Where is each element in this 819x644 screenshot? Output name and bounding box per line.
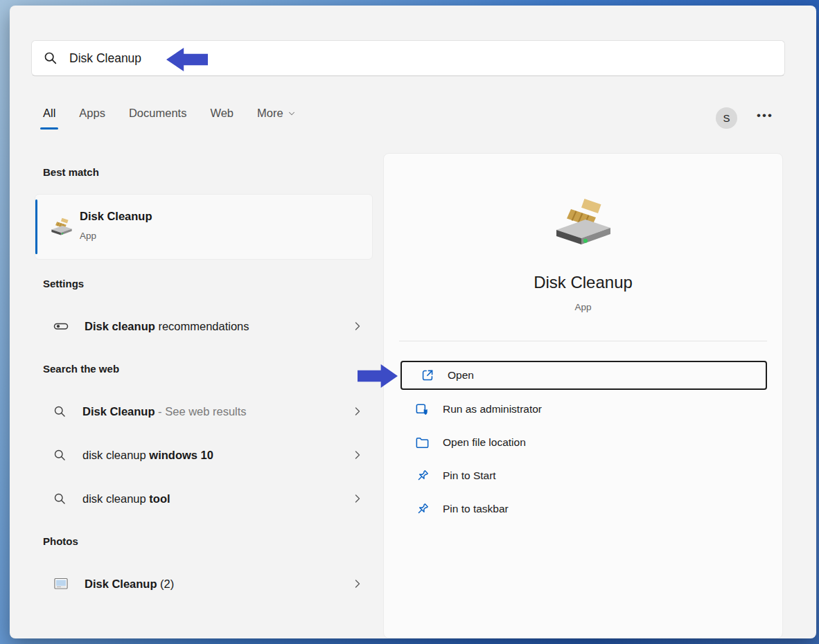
settings-result-disk-cleanup-recommendations[interactable]: Disk cleanup recommendations: [35, 308, 373, 344]
open-button[interactable]: Open: [400, 361, 767, 390]
web-result-disk-cleanup-windows-10[interactable]: disk cleanup windows 10: [35, 437, 373, 473]
search-icon: [53, 448, 67, 463]
chevron-right-icon: [351, 492, 364, 506]
preview-subtitle: App: [384, 302, 782, 312]
preview-pane: Disk Cleanup App Open Run as administrat…: [383, 153, 783, 638]
preview-divider: [399, 341, 767, 341]
search-icon: [53, 492, 67, 506]
admin-shield-icon: [414, 402, 430, 418]
open-external-icon: [420, 368, 435, 383]
tab-all[interactable]: All: [43, 107, 55, 129]
chevron-right-icon: [351, 577, 364, 591]
pin-to-taskbar-button[interactable]: Pin to taskbar: [400, 494, 767, 524]
chevron-right-icon: [351, 319, 364, 333]
search-tabs: All Apps Documents Web More: [43, 107, 297, 129]
user-avatar[interactable]: S: [716, 107, 737, 129]
folder-icon: [414, 435, 430, 451]
best-match-result[interactable]: Disk Cleanup App: [35, 194, 373, 260]
web-result-see-web-results[interactable]: Disk Cleanup - See web results: [35, 393, 373, 429]
options-ellipsis-button[interactable]: •••: [757, 109, 773, 123]
tab-documents[interactable]: Documents: [129, 107, 186, 129]
action-label: Pin to Start: [443, 469, 496, 482]
web-result-disk-cleanup-tool[interactable]: disk cleanup tool: [35, 481, 373, 517]
chevron-down-icon: [287, 109, 297, 118]
tab-more[interactable]: More: [257, 107, 297, 129]
photos-result-disk-cleanup[interactable]: Disk Cleanup (2): [35, 566, 373, 602]
pin-to-start-button[interactable]: Pin to Start: [400, 460, 767, 491]
best-match-title: Disk Cleanup: [80, 210, 152, 223]
settings-heading: Settings: [43, 278, 84, 289]
action-label: Pin to taskbar: [443, 503, 509, 515]
tab-apps[interactable]: Apps: [79, 107, 105, 129]
run-as-administrator-button[interactable]: Run as administrator: [400, 394, 767, 424]
preview-title: Disk Cleanup: [384, 273, 782, 292]
chevron-right-icon: [351, 448, 364, 462]
action-label: Run as administrator: [443, 403, 542, 415]
best-match-heading: Best match: [43, 166, 99, 178]
photo-thumbnail-icon: [53, 575, 69, 592]
disk-cleanup-app-icon-large: [550, 193, 617, 251]
search-flyout: All Apps Documents Web More S ••• Best m…: [10, 6, 816, 638]
chevron-right-icon: [351, 404, 364, 418]
open-button-label: Open: [448, 369, 474, 382]
settings-toggle-icon: [53, 318, 69, 334]
photos-heading: Photos: [43, 535, 78, 547]
pushpin-icon: [414, 501, 430, 517]
search-icon: [43, 51, 58, 66]
tab-web[interactable]: Web: [210, 107, 234, 129]
action-label: Open file location: [443, 436, 526, 449]
search-the-web-heading: Search the web: [43, 363, 119, 375]
pushpin-icon: [414, 468, 430, 484]
open-file-location-button[interactable]: Open file location: [400, 427, 767, 458]
disk-cleanup-app-icon: [49, 215, 74, 238]
search-box[interactable]: [31, 40, 785, 76]
search-icon: [53, 404, 67, 419]
best-match-subtitle: App: [80, 231, 96, 241]
